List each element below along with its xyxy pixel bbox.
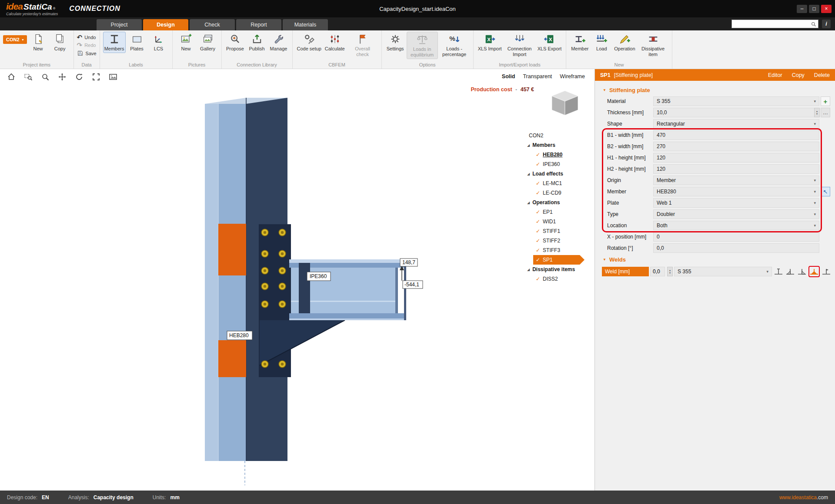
home-view-icon[interactable] (6, 72, 17, 82)
thickness-input[interactable]: 10,0 (653, 108, 819, 117)
weld-type-fillet-front-icon[interactable] (785, 266, 795, 277)
editor-button[interactable]: Editor (768, 72, 782, 78)
gallery-button[interactable]: Gallery (197, 32, 218, 53)
new-operation-button[interactable]: Operation (613, 32, 636, 53)
xls-import-button[interactable]: X XLS Import (477, 32, 503, 53)
haunch-stiffener[interactable] (260, 320, 345, 365)
labels-members-toggle[interactable]: Members (103, 32, 126, 53)
undo-button[interactable]: ↶Undo (77, 34, 97, 40)
tree-group-load-effects[interactable]: ◢Load effects (524, 169, 593, 179)
weld-type-fillet-rear-icon[interactable] (797, 266, 807, 277)
zoom-icon[interactable] (40, 72, 50, 82)
tab-check[interactable]: Check (190, 19, 235, 30)
tree-item-heb280[interactable]: ✓HEB280 (524, 150, 593, 159)
code-setup-button[interactable]: Code setup (296, 32, 323, 53)
member-pick-button[interactable]: ↖ (821, 187, 830, 196)
weld-size-stepper[interactable]: ▴▾ (667, 267, 673, 276)
copy-project-item-button[interactable]: Copy (50, 32, 70, 53)
connection-selector-dropdown[interactable]: CON2▾ (3, 35, 27, 44)
tree-item-diss2[interactable]: ✓DISS2 (524, 274, 593, 284)
new-project-item-button[interactable]: New (28, 32, 49, 53)
section-welds[interactable]: ▼ Welds (598, 254, 832, 265)
type-select[interactable]: Doubler▾ (653, 209, 819, 219)
rotation-input[interactable]: 0,0 (653, 243, 819, 253)
member-select[interactable]: HEB280▾ (653, 187, 819, 196)
labels-lcs-toggle[interactable]: LCS (148, 32, 169, 53)
section-stiffening-plate[interactable]: ▼ Stiffening plate (598, 84, 832, 96)
manage-button[interactable]: Manage (268, 32, 289, 53)
navigation-cube[interactable] (548, 89, 582, 118)
loads-percentage-button[interactable]: % Loads - percentage (439, 32, 470, 58)
loads-in-equilibrium-toggle[interactable]: Loads in equilibrium (407, 32, 438, 59)
rotate-view-icon[interactable] (74, 72, 84, 82)
maximize-button[interactable]: □ (809, 5, 819, 13)
tree-group-dissipative-items[interactable]: ◢Dissipative items (524, 265, 593, 274)
tree-item-stiff3[interactable]: ✓STIFF3 (524, 245, 593, 255)
calculate-button[interactable]: Calculate (324, 32, 346, 53)
tree-item-ep1[interactable]: ✓EP1 (524, 207, 593, 217)
h1-height-input[interactable]: 120 (653, 153, 819, 162)
publish-button[interactable]: Publish (247, 32, 267, 53)
tab-report[interactable]: Report (236, 19, 281, 30)
tree-node-connection[interactable]: CON2 (524, 131, 593, 140)
new-member-button[interactable]: Member (569, 32, 590, 53)
redo-button[interactable]: ↷Redo (77, 42, 97, 48)
beam-member[interactable] (289, 259, 406, 320)
new-dissipative-item-button[interactable]: Dissipative item (638, 32, 669, 58)
save-button[interactable]: Save (77, 50, 97, 56)
render-mode-wireframe[interactable]: Wireframe (560, 73, 585, 80)
weld-type-flag-icon[interactable] (821, 266, 832, 277)
tree-item-le-mc1[interactable]: ✓LE-MC1 (524, 179, 593, 188)
weld-type-butt-icon[interactable] (773, 266, 784, 277)
tree-item-ipe360[interactable]: ✓IPE360 (524, 159, 593, 169)
b2-width-input[interactable]: 270 (653, 142, 819, 151)
search-input[interactable] (734, 21, 811, 27)
tree-item-sp1-selected[interactable]: ✓SP1 (533, 255, 584, 265)
tab-materials[interactable]: Materials (283, 19, 328, 30)
propose-button[interactable]: Propose (225, 32, 246, 53)
render-mode-solid[interactable]: Solid (502, 73, 515, 80)
pan-icon[interactable] (57, 72, 67, 82)
new-load-button[interactable]: Load (591, 32, 612, 53)
connection-import-button[interactable]: Connection Import (504, 32, 535, 58)
weld-type-double-fillet-icon[interactable] (809, 266, 819, 277)
info-icon[interactable]: i (822, 20, 831, 28)
render-mode-transparent[interactable]: Transparent (523, 73, 552, 80)
settings-button[interactable]: Settings (385, 32, 406, 53)
labels-plates-toggle[interactable]: Plates (127, 32, 147, 53)
tree-item-wid1[interactable]: ✓WID1 (524, 217, 593, 226)
weld-material-select[interactable]: S 355▾ (674, 267, 772, 276)
add-material-button[interactable]: + (821, 96, 830, 106)
search-box[interactable] (731, 20, 818, 28)
weld-size-input[interactable]: 0,0 (650, 267, 665, 276)
overall-check-button[interactable]: Overall check (347, 32, 378, 58)
origin-select[interactable]: Member▾ (653, 176, 819, 185)
x-position-input[interactable]: 0 (653, 232, 819, 242)
delete-operation-button[interactable]: Delete (814, 72, 830, 78)
tree-group-members[interactable]: ◢Members (524, 140, 593, 150)
thickness-more-button[interactable]: … (821, 108, 830, 117)
xls-export-button[interactable]: X XLS Export (536, 32, 563, 53)
b1-width-input[interactable]: 470 (653, 130, 819, 140)
connection-model[interactable]: IPE360 HEB280 148,7 -544,1 (0, 69, 594, 491)
tree-item-le-cd9[interactable]: ✓LE-CD9 (524, 188, 593, 198)
zoom-window-icon[interactable] (23, 72, 33, 82)
shape-select[interactable]: Rectangular▾ (653, 119, 819, 129)
tree-group-operations[interactable]: ◢Operations (524, 198, 593, 207)
thickness-stepper[interactable]: ▴▾ (814, 108, 820, 117)
zoom-fit-icon[interactable] (91, 72, 101, 82)
tab-project[interactable]: Project (97, 19, 142, 30)
location-select[interactable]: Both▾ (653, 221, 819, 230)
minimize-button[interactable]: – (797, 5, 807, 13)
tree-item-stiff1[interactable]: ✓STIFF1 (524, 226, 593, 236)
copy-operation-button[interactable]: Copy (792, 72, 805, 78)
close-button[interactable]: × (821, 5, 832, 13)
website-link[interactable]: www.ideastatica.com (779, 494, 828, 501)
3d-viewport[interactable]: Solid Transparent Wireframe Production c… (0, 69, 595, 491)
new-picture-button[interactable]: New (176, 32, 197, 53)
plate-select[interactable]: Web 1▾ (653, 198, 819, 208)
screenshot-icon[interactable] (108, 72, 118, 82)
material-select[interactable]: S 355▾ (653, 96, 819, 106)
tab-design[interactable]: Design (143, 19, 188, 30)
h2-height-input[interactable]: 120 (653, 164, 819, 174)
